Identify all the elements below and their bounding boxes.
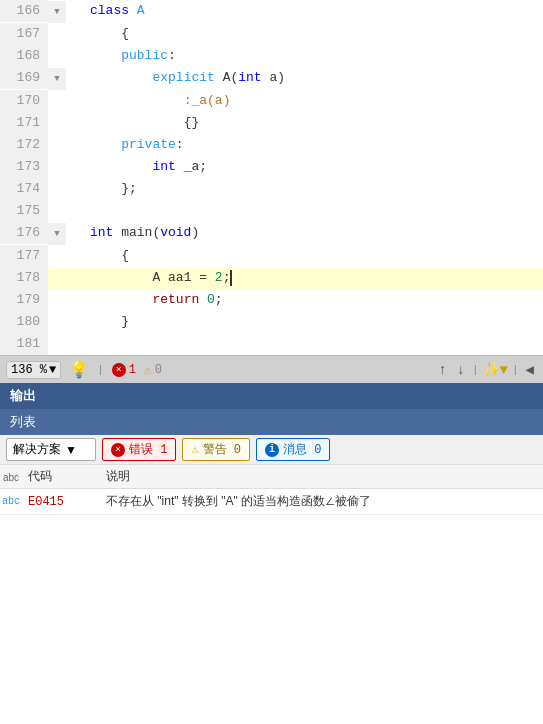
error-count[interactable]: ✕ 1 [112, 363, 136, 377]
line-number: 180 [0, 311, 48, 333]
code-line-177: 177 { [0, 245, 543, 267]
error-toolbar: 解决方案 ▼ ✕ 错误 1 ⚠ 警告 0 i 消息 0 [0, 435, 543, 465]
solution-dropdown[interactable]: 解决方案 ▼ [6, 438, 96, 461]
code-line-176: 176▼int main(void) [0, 222, 543, 245]
next-error-btn[interactable]: ↓ [454, 362, 468, 378]
column-headers: abc 代码 说明 [0, 465, 543, 489]
code-content: private: [86, 134, 543, 156]
output-panel: 输出 列表 [0, 383, 543, 435]
code-line-166: 166▼class A [0, 0, 543, 23]
line-number: 176 [0, 222, 48, 244]
error-icon: ✕ [112, 363, 126, 377]
code-content: public: [86, 45, 543, 67]
code-line-178: 178 A aa1 = 2; [0, 267, 543, 289]
code-line-179: 179 return 0; [0, 289, 543, 311]
code-line-175: 175 [0, 200, 543, 222]
line-number: 173 [0, 156, 48, 178]
nav-controls: ↑ ↓ | ✨▼ | ◀ [435, 361, 537, 378]
code-content: { [86, 23, 543, 45]
output-header: 输出 [0, 383, 543, 409]
code-line-172: 172 private: [0, 134, 543, 156]
line-number: 172 [0, 134, 48, 156]
line-number: 170 [0, 90, 48, 112]
code-line-168: 168 public: [0, 45, 543, 67]
warning-icon: ⚠ [144, 362, 152, 378]
error-description: 不存在从 "int" 转换到 "A" 的适当构造函数∠被偷了 [102, 493, 543, 510]
zoom-dropdown[interactable]: 136 % ▼ [6, 361, 61, 379]
code-content: explicit A(int a) [86, 67, 543, 89]
code-line-181: 181 [0, 333, 543, 355]
line-number: 167 [0, 23, 48, 45]
line-number: 175 [0, 200, 48, 222]
gutter: ▼ [48, 223, 66, 245]
zoom-value: 136 % [11, 363, 47, 377]
code-content: class A [86, 0, 543, 22]
code-line-170: 170 :_a(a) [0, 90, 543, 112]
nav-left-btn[interactable]: ◀ [523, 361, 537, 378]
gutter: ▼ [48, 1, 66, 23]
code-content: {} [86, 112, 543, 134]
editor-area: 166▼class A167 {168 public:169▼ explicit… [0, 0, 543, 355]
col-desc-header: 说明 [102, 468, 543, 485]
line-number: 179 [0, 289, 48, 311]
text-cursor [230, 270, 232, 286]
dropdown-arrow: ▼ [65, 443, 77, 457]
zoom-arrow: ▼ [49, 363, 56, 377]
code-content: A aa1 = 2; [86, 267, 543, 289]
code-content: } [86, 311, 543, 333]
code-line-180: 180 } [0, 311, 543, 333]
col-check-header: abc [0, 470, 22, 484]
line-number: 174 [0, 178, 48, 200]
error-list-item[interactable]: abcE0415不存在从 "int" 转换到 "A" 的适当构造函数∠被偷了 [0, 489, 543, 515]
code-line-167: 167 { [0, 23, 543, 45]
code-content: }; [86, 178, 543, 200]
line-number: 181 [0, 333, 48, 355]
filter-warnings-btn[interactable]: ⚠ 警告 0 [182, 438, 250, 461]
code-content: int _a; [86, 156, 543, 178]
status-bar: 136 % ▼ 💡 | ✕ 1 ⚠ 0 ↑ ↓ | ✨▼ | ◀ [0, 355, 543, 383]
gutter: ▼ [48, 68, 66, 90]
error-code: E0415 [22, 495, 102, 509]
code-content: { [86, 245, 543, 267]
col-code-header: 代码 [22, 468, 102, 485]
filter-info-btn[interactable]: i 消息 0 [256, 438, 330, 461]
code-content: return 0; [86, 289, 543, 311]
filter-warning-icon: ⚠ [191, 442, 198, 457]
line-number: 178 [0, 267, 48, 289]
line-number: 169 [0, 67, 48, 89]
line-number: 177 [0, 245, 48, 267]
code-container: 166▼class A167 {168 public:169▼ explicit… [0, 0, 543, 355]
filter-errors-btn[interactable]: ✕ 错误 1 [102, 438, 176, 461]
code-content: :_a(a) [86, 90, 543, 112]
code-content: int main(void) [86, 222, 543, 244]
code-line-174: 174 }; [0, 178, 543, 200]
list-header: 列表 [0, 409, 543, 435]
filter-info-icon: i [265, 443, 279, 457]
filter-error-icon: ✕ [111, 443, 125, 457]
intellisense-icon[interactable]: 💡 [69, 360, 89, 380]
error-list-area: 解决方案 ▼ ✕ 错误 1 ⚠ 警告 0 i 消息 0 abc 代码 说明 ab… [0, 435, 543, 724]
warning-count[interactable]: ⚠ 0 [144, 362, 162, 378]
code-line-173: 173 int _a; [0, 156, 543, 178]
code-line-171: 171 {} [0, 112, 543, 134]
code-line-169: 169▼ explicit A(int a) [0, 67, 543, 90]
line-number: 166 [0, 0, 48, 22]
prev-error-btn[interactable]: ↑ [435, 362, 449, 378]
action-btn[interactable]: ✨▼ [483, 361, 508, 378]
error-rows-container: abcE0415不存在从 "int" 转换到 "A" 的适当构造函数∠被偷了 [0, 489, 543, 515]
line-number: 168 [0, 45, 48, 67]
line-number: 171 [0, 112, 48, 134]
